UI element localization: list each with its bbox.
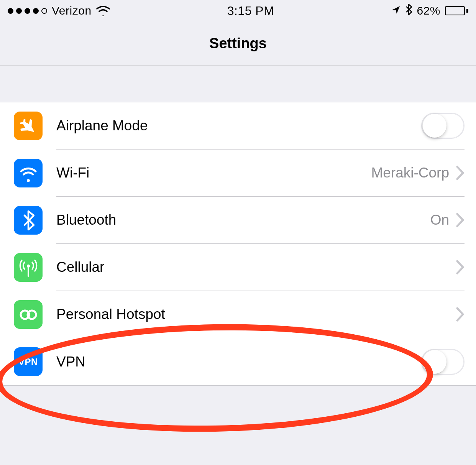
bluetooth-icon <box>14 206 43 235</box>
footer-spacer <box>0 386 476 435</box>
vpn-icon-text: VPN <box>18 357 38 367</box>
chevron-right-icon <box>456 166 465 180</box>
nav-bar: Settings <box>0 21 476 66</box>
carrier-label: Verizon <box>52 4 92 17</box>
row-label: Wi-Fi <box>56 165 89 181</box>
row-label: Cellular <box>56 259 104 275</box>
airplane-icon <box>14 112 43 140</box>
row-bluetooth[interactable]: Bluetooth On <box>0 197 476 244</box>
vpn-icon: VPN <box>14 347 43 376</box>
chevron-right-icon <box>456 213 465 227</box>
row-airplane-mode[interactable]: Airplane Mode <box>0 102 476 150</box>
settings-group: Airplane Mode Wi-Fi Meraki-Corp <box>0 102 476 386</box>
cellular-icon <box>14 253 43 282</box>
vpn-toggle[interactable] <box>421 349 465 375</box>
row-label: VPN <box>56 354 85 370</box>
row-vpn[interactable]: VPN VPN <box>0 338 476 385</box>
page-title: Settings <box>209 35 267 52</box>
status-right: 62% <box>391 4 468 18</box>
chevron-right-icon <box>456 307 465 322</box>
section-spacer <box>0 66 476 102</box>
row-label: Bluetooth <box>56 212 116 228</box>
battery-pct-label: 62% <box>417 4 440 17</box>
row-label: Personal Hotspot <box>56 306 165 322</box>
status-left: Verizon <box>8 4 110 17</box>
svg-point-0 <box>27 265 30 268</box>
wifi-icon <box>14 159 43 187</box>
row-label: Airplane Mode <box>56 118 148 134</box>
chevron-right-icon <box>456 260 465 274</box>
bluetooth-status-icon <box>405 4 412 18</box>
row-cellular[interactable]: Cellular <box>0 244 476 291</box>
row-wifi[interactable]: Wi-Fi Meraki-Corp <box>0 150 476 197</box>
wifi-status-icon <box>96 5 110 16</box>
row-personal-hotspot[interactable]: Personal Hotspot <box>0 291 476 338</box>
location-icon <box>391 4 400 17</box>
row-value: On <box>430 212 449 228</box>
battery-icon <box>445 6 468 15</box>
hotspot-icon <box>14 300 43 329</box>
row-value: Meraki-Corp <box>371 165 449 181</box>
status-bar: Verizon 3:15 PM 62% <box>0 0 476 21</box>
signal-strength-icon <box>8 8 47 14</box>
clock: 3:15 PM <box>227 4 274 18</box>
airplane-mode-toggle[interactable] <box>421 113 465 139</box>
